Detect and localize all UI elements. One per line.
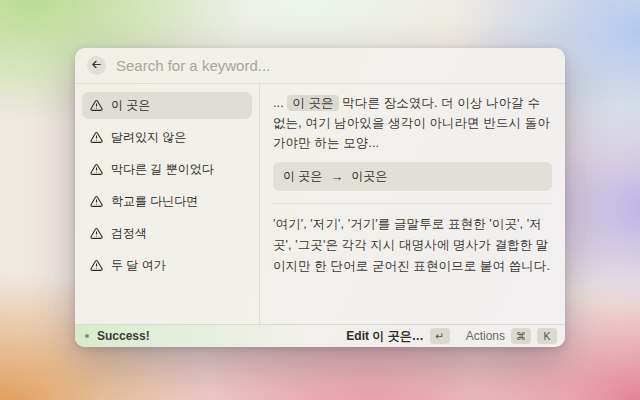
sidebar-result-item[interactable]: 막다른 길 뿐이었다: [82, 156, 252, 183]
sidebar-item-label: 검정색: [111, 225, 147, 242]
sidebar-item-label: 학교를 다닌다면: [111, 193, 198, 210]
context-preview: ... 이 곳은 막다른 장소였다. 더 이상 나아갈 수 없는, 여기 남아있…: [273, 93, 552, 153]
warning-triangle-icon: [90, 227, 103, 240]
sidebar-item-label: 막다른 길 뿐이었다: [111, 161, 214, 178]
back-arrow-icon: [91, 59, 102, 73]
back-button[interactable]: [87, 56, 106, 75]
warning-triangle-icon: [90, 99, 103, 112]
sidebar-result-item[interactable]: 두 달 여가: [82, 252, 252, 279]
status-toast: Success!: [75, 329, 150, 343]
sidebar-item-label: 이 곳은: [111, 97, 150, 114]
search-input[interactable]: [116, 57, 553, 74]
command-palette-window: 이 곳은 달려있지 않은 막다른 길 뿐이었다: [75, 48, 565, 347]
footer-actions: Edit 이 곳은… ↵ Actions ⌘ K: [346, 328, 557, 345]
warning-triangle-icon: [90, 163, 103, 176]
preview-prefix: ...: [273, 96, 287, 110]
results-sidebar: 이 곳은 달려있지 않은 막다른 길 뿐이었다: [75, 84, 260, 324]
sidebar-result-item[interactable]: 달려있지 않은: [82, 124, 252, 151]
desktop-wallpaper: { "app": { "search": { "placeholder": "S…: [0, 0, 640, 400]
correction-from: 이 곳은: [283, 168, 322, 185]
status-text: Success!: [97, 329, 150, 343]
sidebar-item-label: 두 달 여가: [111, 257, 166, 274]
arrow-right-icon: →: [330, 169, 343, 184]
footer-bar: Success! Edit 이 곳은… ↵ Actions ⌘ K: [75, 324, 565, 347]
primary-action-button[interactable]: Edit 이 곳은…: [346, 328, 423, 345]
warning-triangle-icon: [90, 195, 103, 208]
explanation-text: '여기', '저기', '거기'를 글말투로 표현한 '이곳', '저곳', '…: [273, 214, 552, 277]
command-key-icon[interactable]: ⌘: [511, 328, 531, 344]
sidebar-result-item[interactable]: 검정색: [82, 220, 252, 247]
sidebar-result-item[interactable]: 학교를 다닌다면: [82, 188, 252, 215]
return-key-icon[interactable]: ↵: [430, 328, 450, 344]
status-dot-icon: [85, 334, 89, 338]
correction-box: 이 곳은 → 이곳은: [273, 162, 552, 191]
search-bar: [75, 48, 565, 84]
content-divider: [273, 203, 552, 204]
warning-triangle-icon: [90, 259, 103, 272]
highlighted-phrase: 이 곳은: [287, 95, 338, 111]
warning-triangle-icon: [90, 131, 103, 144]
k-key-icon[interactable]: K: [537, 328, 557, 344]
correction-to: 이곳은: [351, 168, 387, 185]
sidebar-result-item[interactable]: 이 곳은: [82, 92, 252, 119]
detail-panel: ... 이 곳은 막다른 장소였다. 더 이상 나아갈 수 없는, 여기 남아있…: [260, 84, 565, 324]
palette-body: 이 곳은 달려있지 않은 막다른 길 뿐이었다: [75, 84, 565, 324]
sidebar-item-label: 달려있지 않은: [111, 129, 186, 146]
actions-menu-button[interactable]: Actions: [466, 329, 505, 343]
